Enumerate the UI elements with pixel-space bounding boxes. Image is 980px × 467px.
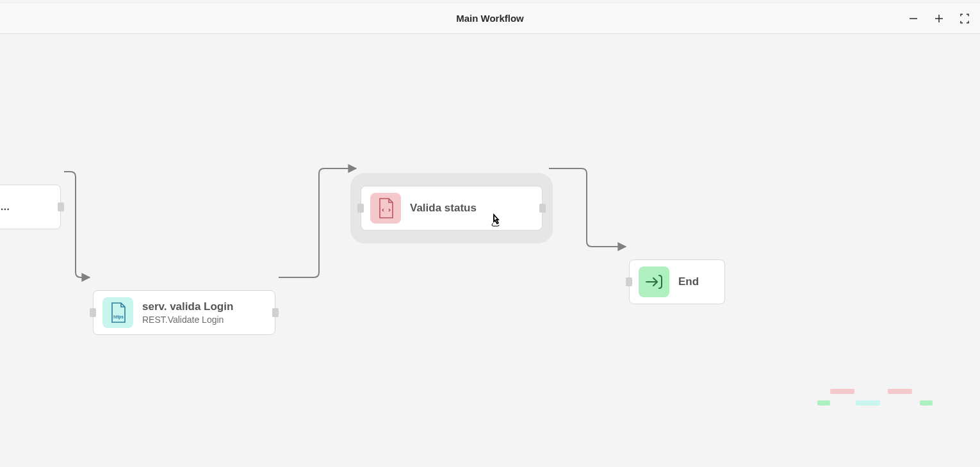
workflow-canvas-frame: Main Workflow bbox=[0, 0, 980, 467]
header-actions bbox=[906, 3, 972, 33]
minimap-node bbox=[920, 400, 933, 406]
node-serv-labels: serv. valida Login REST.Validate Login bbox=[142, 300, 233, 325]
node-valida-title: Valida status bbox=[410, 202, 477, 215]
node-user-title: user y ... bbox=[0, 201, 10, 213]
edge-serv-to-valida bbox=[279, 168, 356, 277]
workflow-title: Main Workflow bbox=[456, 13, 524, 24]
edge-valida-to-end bbox=[549, 168, 626, 247]
minimap-node bbox=[830, 389, 854, 394]
node-serv-valida-login[interactable]: https serv. valida Login REST.Validate L… bbox=[93, 290, 275, 335]
https-file-icon: https bbox=[102, 297, 133, 328]
port-out[interactable] bbox=[58, 202, 64, 211]
port-out[interactable] bbox=[539, 204, 546, 213]
port-out[interactable] bbox=[272, 308, 279, 317]
zoom-in-button[interactable] bbox=[931, 11, 947, 26]
end-arrow-icon bbox=[639, 266, 669, 297]
port-in[interactable] bbox=[90, 308, 96, 317]
node-serv-subtitle: REST.Validate Login bbox=[142, 315, 233, 325]
edge-user-to-serv bbox=[64, 172, 90, 277]
minimap-node bbox=[817, 400, 830, 406]
node-serv-title: serv. valida Login bbox=[142, 300, 233, 313]
workflow-canvas[interactable]: user y ... https serv. valida Login REST… bbox=[0, 35, 980, 467]
plus-icon bbox=[933, 13, 945, 24]
node-valida-status-highlight: Valida status bbox=[350, 173, 553, 243]
minimap[interactable] bbox=[817, 389, 945, 421]
header-bar: Main Workflow bbox=[0, 3, 980, 34]
port-in[interactable] bbox=[626, 277, 632, 286]
node-valida-labels: Valida status bbox=[410, 202, 477, 215]
node-end[interactable]: End bbox=[629, 259, 725, 304]
minus-icon bbox=[908, 13, 919, 24]
expand-icon bbox=[959, 13, 970, 24]
code-file-icon bbox=[370, 193, 401, 224]
svg-text:https: https bbox=[113, 315, 124, 320]
node-user[interactable]: user y ... bbox=[0, 184, 61, 229]
minimap-node bbox=[856, 400, 880, 406]
fullscreen-button[interactable] bbox=[957, 11, 972, 26]
node-valida-status[interactable]: Valida status bbox=[361, 186, 543, 231]
port-in[interactable] bbox=[357, 204, 364, 213]
minimap-node bbox=[888, 389, 912, 394]
zoom-out-button[interactable] bbox=[906, 11, 921, 26]
node-end-title: End bbox=[678, 275, 699, 288]
node-end-labels: End bbox=[678, 275, 699, 288]
